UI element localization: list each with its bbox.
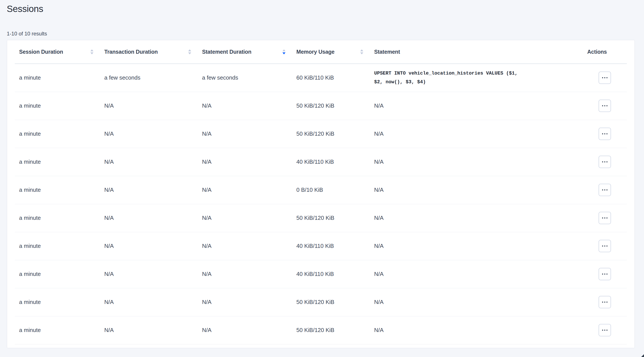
column-header-session-duration[interactable]: Session Duration (15, 40, 100, 64)
session-duration-cell: a minute (15, 64, 100, 92)
sort-down-arrow-icon (188, 52, 191, 54)
session-actions-button[interactable] (598, 268, 611, 280)
resize-corner-icon (641, 354, 644, 357)
ellipsis-icon (602, 133, 603, 134)
ellipsis-icon (604, 189, 605, 190)
session-duration-cell: a minute (15, 176, 100, 204)
memory-usage-cell: 50 KiB/120 KiB (292, 316, 370, 344)
sort-icon (360, 49, 363, 54)
session-duration-cell: a minute (15, 260, 100, 288)
statement-cell: N/A (370, 204, 584, 232)
sessions-table: Session DurationTransaction DurationStat… (15, 40, 627, 344)
sort-icon (188, 49, 191, 54)
statement-cell: N/A (370, 148, 584, 176)
actions-cell (584, 204, 627, 232)
statement-duration-cell: a few seconds (198, 64, 292, 92)
session-actions-button[interactable] (598, 100, 611, 112)
statement-duration-cell: N/A (198, 92, 292, 120)
memory-usage-cell: 50 KiB/120 KiB (292, 288, 370, 316)
ellipsis-icon (606, 105, 608, 106)
transaction-duration-cell: N/A (100, 260, 198, 288)
sort-up-arrow-icon (188, 49, 191, 51)
column-header-label: Statement Duration (202, 49, 252, 55)
statement-duration-cell: N/A (198, 288, 292, 316)
ellipsis-icon (604, 273, 605, 275)
ellipsis-icon (604, 77, 605, 78)
actions-cell (584, 176, 627, 204)
transaction-duration-cell: a few seconds (100, 64, 198, 92)
column-header-inner: Statement Duration (198, 49, 292, 55)
column-header-statement: Statement (370, 40, 584, 64)
session-actions-button[interactable] (598, 296, 611, 308)
actions-cell (584, 148, 627, 176)
session-row: a minuteN/AN/A40 KiB/110 KiBN/A (15, 232, 627, 260)
column-header-memory-usage[interactable]: Memory Usage (292, 40, 370, 64)
session-duration-cell: a minute (15, 204, 100, 232)
session-row: a minuteN/AN/A50 KiB/120 KiBN/A (15, 204, 627, 232)
session-row: a minuteN/AN/A50 KiB/120 KiBN/A (15, 316, 627, 344)
statement-cell: N/A (370, 92, 584, 120)
sort-up-arrow-icon (282, 49, 286, 51)
statement-duration-cell: N/A (198, 120, 292, 148)
session-actions-button[interactable] (598, 212, 611, 224)
statement-cell: N/A (370, 176, 584, 204)
ellipsis-icon (606, 245, 608, 247)
column-header-inner: Memory Usage (292, 49, 370, 55)
transaction-duration-cell: N/A (100, 316, 198, 344)
column-header-inner: Actions (584, 49, 627, 55)
sort-down-arrow-icon (90, 52, 94, 54)
sort-desc-icon (282, 49, 286, 54)
transaction-duration-cell: N/A (100, 120, 198, 148)
column-header-transaction-duration[interactable]: Transaction Duration (100, 40, 198, 64)
session-actions-button[interactable] (598, 128, 611, 140)
session-duration-cell: a minute (15, 120, 100, 148)
sort-up-arrow-icon (90, 49, 94, 51)
sort-icon (90, 49, 94, 54)
session-duration-cell: a minute (15, 288, 100, 316)
ellipsis-icon (606, 329, 608, 331)
session-actions-button[interactable] (598, 324, 611, 336)
ellipsis-icon (606, 217, 608, 218)
ellipsis-icon (604, 133, 605, 134)
actions-cell (584, 260, 627, 288)
statement-duration-cell: N/A (198, 232, 292, 260)
statement-cell: UPSERT INTO vehicle_location_histories V… (370, 64, 584, 92)
sort-up-arrow-icon (360, 49, 363, 51)
ellipsis-icon (604, 161, 605, 162)
ellipsis-icon (606, 189, 608, 190)
session-duration-cell: a minute (15, 232, 100, 260)
column-header-inner: Transaction Duration (100, 49, 198, 55)
memory-usage-cell: 40 KiB/110 KiB (292, 232, 370, 260)
ellipsis-icon (602, 189, 603, 190)
column-header-statement-duration[interactable]: Statement Duration (198, 40, 292, 64)
sort-down-arrow-icon (360, 52, 363, 54)
statement-cell: N/A (370, 120, 584, 148)
session-duration-cell: a minute (15, 92, 100, 120)
statement-cell: N/A (370, 260, 584, 288)
statement-duration-cell: N/A (198, 316, 292, 344)
transaction-duration-cell: N/A (100, 148, 198, 176)
memory-usage-cell: 0 B/10 KiB (292, 176, 370, 204)
session-actions-button[interactable] (598, 184, 611, 196)
ellipsis-icon (606, 77, 608, 78)
column-header-label: Session Duration (19, 49, 63, 55)
statement-duration-cell: N/A (198, 204, 292, 232)
session-duration-cell: a minute (15, 148, 100, 176)
column-header-label: Memory Usage (296, 49, 334, 55)
session-row: a minutea few secondsa few seconds60 KiB… (15, 64, 627, 92)
memory-usage-cell: 50 KiB/120 KiB (292, 204, 370, 232)
session-actions-button[interactable] (598, 156, 611, 168)
statement-duration-cell: N/A (198, 260, 292, 288)
session-actions-button[interactable] (598, 240, 611, 252)
ellipsis-icon (602, 77, 603, 78)
column-header-label: Actions (587, 49, 607, 55)
column-header-label: Transaction Duration (104, 49, 158, 55)
ellipsis-icon (602, 245, 603, 247)
memory-usage-cell: 60 KiB/110 KiB (292, 64, 370, 92)
statement-duration-cell: N/A (198, 176, 292, 204)
actions-cell (584, 120, 627, 148)
transaction-duration-cell: N/A (100, 204, 198, 232)
ellipsis-icon (602, 161, 603, 162)
session-actions-button[interactable] (598, 72, 611, 84)
session-duration-cell: a minute (15, 316, 100, 344)
